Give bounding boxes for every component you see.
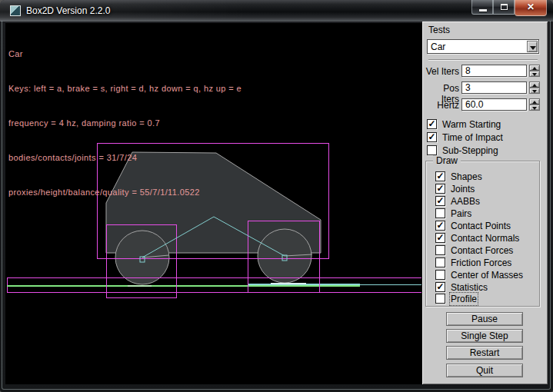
draw-group: Draw ✓ Shapes ✓ Joints ✓ AABBs Pairs ✓ C… bbox=[425, 161, 540, 307]
tests-dropdown-value: Car bbox=[431, 42, 445, 52]
minimize-button[interactable] bbox=[471, 0, 493, 15]
hertz-up-button[interactable] bbox=[529, 98, 540, 105]
checkbox-box[interactable]: ✓ bbox=[435, 196, 445, 206]
vel-iters-row: Vel Iters bbox=[422, 65, 548, 77]
tests-label: Tests bbox=[428, 25, 450, 35]
arrow-up-icon bbox=[532, 67, 537, 70]
stats-line-bodies: bodies/contacts/joints = 31/7/24 bbox=[8, 152, 242, 164]
stats-overlay: Car Keys: left = a, brake = s, right = d… bbox=[8, 25, 242, 221]
single-step-button[interactable]: Single Step bbox=[446, 329, 523, 343]
simulation-canvas[interactable]: Car Keys: left = a, brake = s, right = d… bbox=[5, 23, 422, 384]
checkbox-box[interactable]: ✓ bbox=[427, 119, 437, 129]
checkbox-label: Time of Impact bbox=[442, 132, 503, 143]
arrow-up-icon bbox=[532, 84, 537, 87]
window-title: Box2D Version 2.2.0 bbox=[26, 5, 110, 16]
checkbox-label: Shapes bbox=[451, 171, 482, 182]
stats-line-title: Car bbox=[8, 48, 242, 60]
arrow-down-icon bbox=[532, 107, 537, 110]
draw-group-title: Draw bbox=[433, 155, 461, 166]
app-window: Box2D Version 2.2.0 ✕ Car Keys: left = a… bbox=[0, 0, 553, 392]
checkbox-label: Joints bbox=[451, 184, 475, 194]
close-icon: ✕ bbox=[515, 2, 546, 12]
checkbox-label: Center of Masses bbox=[451, 270, 523, 281]
checkbox-box[interactable] bbox=[435, 270, 445, 280]
pause-button[interactable]: Pause bbox=[446, 312, 523, 326]
pos-iters-input[interactable] bbox=[461, 81, 527, 94]
control-panel: Tests Car Vel Iters Pos Iters bbox=[422, 22, 548, 384]
hertz-spinner bbox=[529, 98, 540, 111]
checkbox-label: Warm Starting bbox=[442, 119, 501, 130]
checkbox-label: AABBs bbox=[451, 196, 480, 207]
vel-iters-down-button[interactable] bbox=[529, 71, 540, 77]
stats-line-keys: Keys: left = a, brake = s, right = d, hz… bbox=[8, 83, 242, 95]
checkbox-box[interactable]: ✓ bbox=[435, 184, 445, 194]
vel-iters-spinner bbox=[529, 65, 540, 77]
hertz-down-button[interactable] bbox=[529, 105, 540, 111]
vel-iters-input[interactable] bbox=[461, 65, 527, 77]
vel-iters-label: Vel Iters bbox=[424, 66, 459, 77]
maximize-icon bbox=[501, 4, 508, 10]
arrow-down-icon bbox=[532, 73, 537, 76]
checkbox-box[interactable]: ✓ bbox=[435, 233, 445, 243]
stats-line-proxies: proxies/height/balance/quality = 55/7/1/… bbox=[8, 187, 242, 198]
vel-iters-up-button[interactable] bbox=[529, 65, 540, 71]
app-icon bbox=[10, 5, 21, 16]
checkbox-label: Contact Normals bbox=[451, 233, 519, 244]
arrow-up-icon bbox=[532, 101, 537, 104]
checkbox-box[interactable] bbox=[435, 257, 445, 267]
arrow-down-icon bbox=[532, 90, 537, 93]
checkbox-box[interactable] bbox=[435, 208, 445, 218]
separator bbox=[428, 59, 538, 61]
title-bar[interactable]: Box2D Version 2.2.0 ✕ bbox=[0, 0, 553, 22]
checkbox-label: Statistics bbox=[451, 282, 488, 293]
hertz-label: Hertz bbox=[424, 100, 459, 111]
hertz-input[interactable] bbox=[461, 98, 527, 111]
pos-iters-down-button[interactable] bbox=[529, 88, 540, 94]
quit-button[interactable]: Quit bbox=[446, 364, 523, 377]
pos-iters-row: Pos Iters bbox=[422, 81, 548, 94]
checkbox-box[interactable]: ✓ bbox=[435, 282, 445, 292]
hertz-row: Hertz bbox=[422, 98, 548, 111]
checkbox-box[interactable] bbox=[427, 145, 437, 155]
checkbox-label: Sub-Stepping bbox=[442, 145, 498, 156]
checkbox-label: Contact Points bbox=[451, 221, 511, 231]
checkbox-label: Contact Forces bbox=[451, 245, 513, 256]
tests-dropdown-arrow-button[interactable] bbox=[527, 41, 538, 52]
stats-line-frequency: frequency = 4 hz, damping ratio = 0.7 bbox=[8, 118, 242, 129]
checkbox-label: Profile bbox=[451, 294, 477, 304]
checkbox-box[interactable] bbox=[435, 294, 445, 304]
checkbox-box[interactable] bbox=[435, 245, 445, 255]
pos-iters-spinner bbox=[529, 81, 540, 94]
restart-button[interactable]: Restart bbox=[446, 346, 523, 360]
minimize-icon bbox=[479, 9, 487, 12]
checkbox-label: Friction Forces bbox=[451, 257, 511, 268]
chevron-down-icon bbox=[530, 46, 536, 50]
checkbox-box[interactable]: ✓ bbox=[435, 171, 445, 181]
checkbox-box[interactable]: ✓ bbox=[427, 132, 437, 142]
checkbox-label: Pairs bbox=[451, 208, 471, 219]
checkbox-box[interactable]: ✓ bbox=[435, 221, 445, 231]
tests-dropdown[interactable]: Car bbox=[427, 39, 539, 54]
pos-iters-up-button[interactable] bbox=[529, 81, 540, 88]
maximize-button[interactable] bbox=[493, 0, 515, 15]
close-button[interactable]: ✕ bbox=[515, 0, 547, 16]
